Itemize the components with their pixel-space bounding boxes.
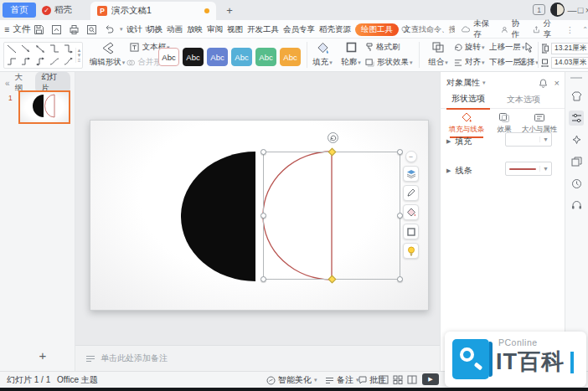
elbow-arrow-connector-icon[interactable] bbox=[61, 43, 75, 55]
tab-animation[interactable]: 动画 bbox=[167, 24, 183, 35]
notification-badge[interactable]: 1 bbox=[533, 4, 545, 15]
resize-handle-top-right[interactable] bbox=[397, 149, 403, 155]
rail-properties-button[interactable] bbox=[569, 111, 584, 126]
tab-member[interactable]: 会员专享 bbox=[283, 24, 315, 35]
rotate-handle[interactable] bbox=[328, 132, 338, 143]
shape-height-field[interactable]: 13.21厘米 bbox=[551, 43, 588, 54]
tab-design[interactable]: 设计 bbox=[126, 24, 142, 35]
undo-dropdown-icon[interactable]: ▾ bbox=[120, 26, 123, 33]
elbow-connector2-icon[interactable] bbox=[4, 55, 18, 68]
s-curve-arrow-icon[interactable] bbox=[61, 55, 75, 68]
shape-style-swatch-4[interactable]: Abc bbox=[231, 48, 252, 66]
quick-outline-button[interactable] bbox=[403, 224, 419, 239]
shape-style-swatch-6[interactable]: Abc bbox=[280, 48, 301, 66]
slide-sorter-view-button[interactable] bbox=[393, 375, 403, 384]
close-button[interactable]: × bbox=[583, 3, 588, 16]
print-icon[interactable] bbox=[67, 23, 80, 36]
tab-text-options[interactable]: 文本选项 bbox=[502, 92, 545, 109]
layer-button[interactable] bbox=[403, 166, 419, 182]
normal-view-button[interactable] bbox=[379, 375, 389, 384]
shape-gallery-scroll[interactable]: ▲▼≡ bbox=[75, 48, 82, 63]
collapse-toolbar-button[interactable]: − bbox=[405, 151, 417, 162]
elbow-connector-icon[interactable] bbox=[47, 43, 61, 55]
subtab-effects[interactable]: 效果 bbox=[493, 112, 516, 135]
resize-handle-top-left[interactable] bbox=[260, 149, 266, 155]
new-tab-button[interactable]: + bbox=[223, 3, 236, 17]
line-shape-icon[interactable] bbox=[4, 43, 18, 55]
rail-service-button[interactable] bbox=[569, 198, 584, 213]
smart-suggest-button[interactable] bbox=[403, 243, 419, 259]
edit-points-button[interactable] bbox=[403, 185, 419, 201]
tab-review[interactable]: 审阅 bbox=[207, 24, 223, 35]
theme-name[interactable]: Office 主题 bbox=[57, 374, 98, 386]
shape-style-swatch-2[interactable]: Abc bbox=[183, 48, 204, 66]
share-button[interactable]: 分享 bbox=[544, 18, 556, 40]
command-search[interactable] bbox=[401, 23, 456, 36]
subtab-fill-and-line[interactable]: 填充与线条 bbox=[445, 112, 488, 138]
tab-shape-options[interactable]: 形状选项 bbox=[446, 91, 490, 110]
toggle-notes-button[interactable]: 备注▾ bbox=[325, 374, 359, 386]
line-section-header[interactable]: ▶ 线条 bbox=[446, 165, 472, 177]
rail-help-button[interactable] bbox=[569, 176, 584, 191]
collaborate-button[interactable]: 协作 bbox=[512, 18, 524, 40]
resize-handle-middle-left[interactable] bbox=[260, 213, 266, 219]
align-button[interactable]: 对齐▾ bbox=[454, 57, 485, 68]
rotate-button[interactable]: 旋转▾ bbox=[454, 42, 485, 53]
editing-canvas[interactable]: − 单击此处添加备注 bbox=[75, 72, 440, 371]
rail-skin-button[interactable] bbox=[569, 89, 584, 104]
notes-bar[interactable]: 单击此处添加备注 bbox=[75, 345, 440, 371]
selection-bounding-box[interactable] bbox=[263, 152, 400, 280]
select-button[interactable]: 选择▾ bbox=[518, 57, 539, 68]
panel-title-dropdown-icon[interactable]: ▾ bbox=[482, 80, 486, 86]
search-input[interactable] bbox=[411, 25, 455, 33]
file-menu[interactable]: ≡ 文件 bbox=[4, 20, 30, 39]
shape-style-swatch-3[interactable]: Abc bbox=[207, 48, 228, 66]
tab-document[interactable]: P 演示文稿1 bbox=[90, 2, 216, 20]
tab-view[interactable]: 视图 bbox=[227, 24, 243, 35]
rail-effects-button[interactable] bbox=[569, 132, 584, 147]
collapse-ribbon-icon[interactable]: ⌃ bbox=[582, 26, 588, 33]
add-slide-button[interactable]: + bbox=[35, 347, 50, 363]
rail-pages-button[interactable] bbox=[569, 154, 584, 169]
double-arrow-shape-icon[interactable] bbox=[33, 43, 47, 55]
print-preview-icon[interactable] bbox=[85, 23, 98, 36]
format-painter-button[interactable]: 格式刷 bbox=[365, 42, 400, 53]
fill-group[interactable]: 填充▾ bbox=[310, 42, 335, 68]
shape-gallery[interactable]: ▲▼≡ bbox=[3, 42, 83, 69]
subtab-size-properties[interactable]: 大小与属性 bbox=[518, 112, 561, 135]
resize-handle-bottom-right[interactable] bbox=[397, 276, 403, 282]
tab-slideshow[interactable]: 放映 bbox=[187, 24, 203, 35]
line-color-dropdown[interactable]: ▼ bbox=[505, 162, 552, 176]
smart-beautify-button[interactable]: 智能美化▾ bbox=[266, 374, 317, 386]
reading-view-button[interactable] bbox=[407, 375, 417, 384]
shape-style-swatch-1[interactable]: Abc bbox=[158, 48, 179, 66]
more-options-icon[interactable]: ⋮ bbox=[566, 25, 575, 34]
shape-effects-button[interactable]: 形状效果▾ bbox=[365, 57, 413, 68]
slide-canvas[interactable] bbox=[90, 120, 429, 311]
pin-bell-icon[interactable] bbox=[539, 79, 548, 88]
shape-style-swatch-5[interactable]: Abc bbox=[255, 48, 276, 66]
tab-developer[interactable]: 开发工具 bbox=[247, 24, 279, 35]
resize-handle-bottom-left[interactable] bbox=[260, 276, 266, 282]
fill-color-dropdown[interactable]: ▼ bbox=[505, 132, 552, 147]
outline-group[interactable]: 轮廓▾ bbox=[338, 42, 364, 68]
tab-home[interactable]: 首页 bbox=[3, 3, 36, 18]
tab-docer-resources[interactable]: 稻壳资源 bbox=[319, 24, 351, 35]
curve-connector-icon[interactable] bbox=[47, 55, 61, 68]
elbow-arrow2-icon[interactable] bbox=[18, 55, 33, 68]
arrow-shape-icon[interactable] bbox=[18, 43, 33, 55]
tab-transition[interactable]: 切换 bbox=[147, 24, 162, 35]
user-avatar[interactable] bbox=[550, 3, 565, 17]
save-icon[interactable] bbox=[32, 23, 45, 36]
elbow-double-arrow-icon[interactable] bbox=[33, 55, 47, 68]
tab-docer[interactable]: ✓ 稻壳 bbox=[42, 3, 72, 18]
quick-fill-button[interactable] bbox=[403, 204, 419, 220]
close-panel-icon[interactable]: × bbox=[554, 78, 560, 88]
rail-handle[interactable] bbox=[570, 77, 582, 79]
group-button[interactable]: 组合▾ bbox=[428, 57, 448, 68]
collapse-panel-icon[interactable]: « bbox=[5, 79, 10, 88]
play-slideshow-button[interactable]: ▶ bbox=[422, 373, 439, 385]
fill-section-header[interactable]: ▶ 填充 bbox=[446, 136, 472, 147]
edit-shape-group[interactable]: 编辑形状▾ bbox=[87, 42, 127, 68]
tab-drawing-tools[interactable]: 绘图工具 bbox=[355, 23, 399, 36]
